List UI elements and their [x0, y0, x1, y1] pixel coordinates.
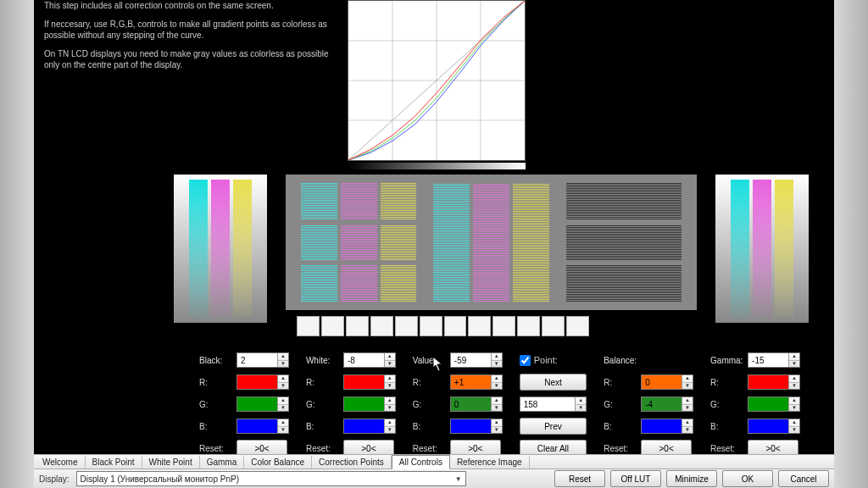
tab-black-point[interactable]: Black Point [86, 456, 142, 469]
gamma-input[interactable]: -15 ▲▼ [748, 352, 800, 368]
value-label: Value: [413, 356, 450, 365]
letterbox-right [834, 0, 868, 488]
point-label: Point: [534, 355, 558, 365]
tab-correction-points[interactable]: Correction Points [312, 456, 392, 469]
gamma-label: Gamma: [710, 356, 748, 365]
minimize-button[interactable]: Minimize [666, 470, 717, 487]
black-input[interactable]: 2 ▲▼ [236, 352, 289, 368]
point-column: Point: Next 158 ▲▼ Prev Clear All [520, 352, 587, 457]
black-r-input[interactable]: ▲▼ [236, 374, 289, 390]
main-stage: This step includes all correction contro… [34, 0, 834, 454]
reset-button[interactable]: Reset [554, 470, 605, 487]
gamma-r-input[interactable]: ▲▼ [748, 374, 800, 390]
display-select[interactable]: Display 1 (Универсальный монитор PnP) ▼ [76, 471, 466, 486]
white-column: White: -8 ▲▼ R: ▲▼ G: ▲▼ B: ▲▼ Reset: >0… [306, 352, 396, 457]
value-column: Value: -59 ▲▼ R: +1 ▲▼ G: 0 ▲▼ B: ▲▼ Res… [413, 352, 503, 457]
tab-all-controls[interactable]: All Controls [392, 455, 450, 469]
black-column: Black: 2 ▲▼ R: ▲▼ G: ▲▼ B: ▲▼ Reset: >0< [199, 352, 289, 457]
center-test-pattern [286, 175, 697, 310]
curve-gradient-bar [348, 163, 526, 169]
white-input[interactable]: -8 ▲▼ [343, 352, 396, 368]
balance-r-input[interactable]: 0 ▲▼ [641, 374, 693, 390]
white-label: White: [306, 356, 343, 365]
ok-button[interactable]: OK [722, 470, 773, 487]
instructions-p3: On TN LCD displays you need to make gray… [44, 48, 332, 71]
g-label: G: [199, 400, 236, 409]
letterbox-left [0, 0, 34, 488]
black-b-input[interactable]: ▲▼ [236, 419, 289, 434]
display-label: Display: [39, 474, 70, 484]
spin-up-icon[interactable]: ▲ [278, 353, 288, 361]
balance-g-input[interactable]: -4 ▲▼ [641, 396, 693, 412]
balance-column: Balance: R: 0 ▲▼ G: -4 ▲▼ B: ▲▼ Reset: >… [604, 352, 693, 457]
instructions-p1: This step includes all correction contro… [44, 0, 332, 12]
r-label: R: [199, 378, 236, 387]
chevron-down-icon: ▼ [455, 475, 462, 483]
white-r-input[interactable]: ▲▼ [343, 374, 396, 390]
off-lut-button[interactable]: Off LUT [610, 470, 661, 487]
instructions-text: This step includes all correction contro… [44, 0, 332, 78]
tab-gamma[interactable]: Gamma [200, 456, 245, 469]
value-g-input[interactable]: 0 ▲▼ [450, 396, 503, 412]
cancel-button[interactable]: Cancel [778, 470, 829, 487]
reset-label: Reset: [199, 444, 236, 453]
value-input[interactable]: -59 ▲▼ [450, 352, 503, 368]
footer-buttons: ResetOff LUTMinimizeOKCancel [554, 470, 829, 487]
tab-color-balance[interactable]: Color Balance [244, 456, 312, 469]
white-b-input[interactable]: ▲▼ [343, 419, 396, 434]
curve-chart [348, 0, 526, 161]
balance-b-input[interactable]: ▲▼ [641, 419, 693, 434]
controls-panel: Black: 2 ▲▼ R: ▲▼ G: ▲▼ B: ▲▼ Reset: >0<… [199, 352, 800, 457]
balance-label: Balance: [604, 356, 654, 365]
prev-button[interactable]: Prev [520, 418, 587, 435]
gray-swatch-row [297, 316, 589, 336]
point-checkbox[interactable] [520, 355, 531, 366]
step-input[interactable]: 158 ▲▼ [520, 396, 587, 412]
left-gradient-preview [174, 175, 267, 323]
tab-white-point[interactable]: White Point [142, 456, 200, 469]
tab-bar: WelcomeBlack PointWhite PointGammaColor … [34, 454, 834, 469]
tab-reference-image[interactable]: Reference Image [450, 456, 530, 469]
gamma-b-input[interactable]: ▲▼ [748, 419, 800, 434]
instructions-p2: If neccesary, use R,G,B, controls to mak… [44, 19, 332, 42]
spin-down-icon[interactable]: ▼ [278, 361, 288, 368]
footer-bar: Display: Display 1 (Универсальный монито… [34, 469, 834, 488]
gamma-column: Gamma: -15 ▲▼ R: ▲▼ G: ▲▼ B: ▲▼ Reset: >… [710, 352, 800, 457]
tab-welcome[interactable]: Welcome [36, 456, 86, 469]
black-label: Black: [199, 356, 236, 365]
display-value: Display 1 (Универсальный монитор PnP) [81, 474, 239, 484]
gamma-g-input[interactable]: ▲▼ [748, 396, 800, 412]
b-label: B: [199, 422, 236, 431]
next-button[interactable]: Next [520, 374, 587, 391]
value-b-input[interactable]: ▲▼ [450, 419, 503, 434]
value-r-input[interactable]: +1 ▲▼ [450, 374, 503, 390]
right-gradient-preview [715, 175, 809, 323]
black-g-input[interactable]: ▲▼ [236, 396, 289, 412]
white-g-input[interactable]: ▲▼ [343, 396, 396, 412]
